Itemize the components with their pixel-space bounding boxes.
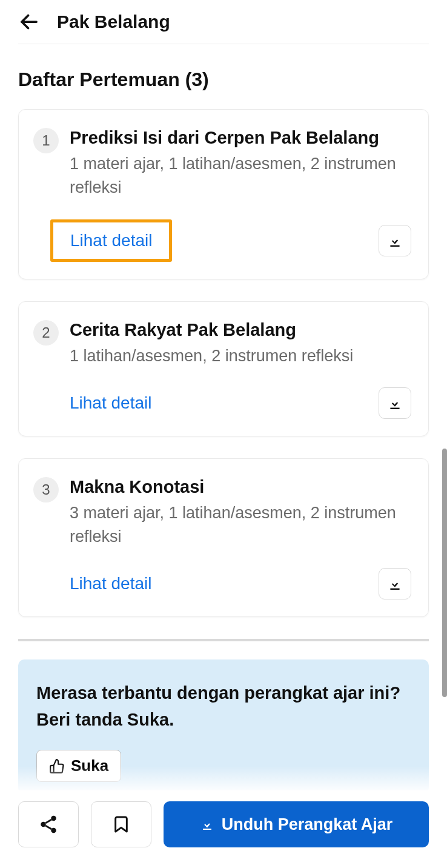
bookmark-button[interactable] (91, 801, 151, 847)
meeting-desc: 1 latihan/asesmen, 2 instrumen refleksi (70, 344, 411, 368)
download-all-label: Unduh Perangkat Ajar (222, 815, 393, 834)
feedback-panel: Merasa terbantu dengan perangkat ajar in… (18, 659, 429, 794)
view-detail-link[interactable]: Lihat detail (70, 393, 151, 413)
meeting-card: 3 Makna Konotasi 3 materi ajar, 1 latiha… (18, 458, 429, 618)
feedback-text: Merasa terbantu dengan perangkat ajar in… (36, 680, 411, 733)
like-label: Suka (71, 756, 108, 775)
svg-point-5 (41, 822, 46, 827)
back-button[interactable] (18, 11, 40, 33)
section-divider (18, 639, 429, 641)
thumbs-up-icon (49, 758, 65, 774)
download-item-button[interactable] (379, 568, 411, 599)
download-icon (387, 233, 403, 249)
view-detail-link[interactable]: Lihat detail (50, 219, 172, 262)
share-button[interactable] (18, 801, 79, 847)
svg-rect-1 (390, 245, 399, 246)
meeting-title: Prediksi Isi dari Cerpen Pak Belalang (70, 127, 411, 149)
share-icon (38, 814, 59, 835)
download-all-button[interactable]: Unduh Perangkat Ajar (164, 801, 429, 847)
svg-line-7 (45, 826, 51, 829)
meeting-desc: 3 materi ajar, 1 latihan/asesmen, 2 inst… (70, 501, 411, 549)
bookmark-icon (111, 815, 131, 834)
section-title: Daftar Pertemuan (3) (0, 44, 447, 109)
download-icon (200, 817, 214, 832)
meeting-title: Cerita Rakyat Pak Belalang (70, 319, 411, 341)
download-icon (387, 576, 403, 592)
like-button[interactable]: Suka (36, 750, 121, 782)
svg-rect-3 (390, 589, 399, 590)
meeting-card: 1 Prediksi Isi dari Cerpen Pak Belalang … (18, 109, 429, 279)
download-item-button[interactable] (379, 387, 411, 419)
page-title: Pak Belalang (57, 12, 170, 32)
download-item-button[interactable] (379, 225, 411, 256)
svg-rect-2 (390, 408, 399, 409)
header: Pak Belalang (0, 0, 447, 44)
scrollbar[interactable] (442, 449, 447, 697)
meeting-title: Makna Konotasi (70, 476, 411, 498)
download-icon (387, 395, 403, 411)
meeting-desc: 1 materi ajar, 1 latihan/asesmen, 2 inst… (70, 152, 411, 199)
bottom-toolbar: Unduh Perangkat Ajar (0, 790, 447, 868)
arrow-left-icon (18, 11, 40, 33)
svg-point-6 (51, 828, 56, 833)
svg-rect-9 (203, 829, 211, 830)
svg-point-4 (51, 816, 56, 821)
svg-line-8 (45, 820, 51, 823)
meeting-card: 2 Cerita Rakyat Pak Belalang 1 latihan/a… (18, 301, 429, 436)
meeting-number-badge: 1 (33, 128, 59, 153)
meeting-number-badge: 3 (33, 477, 59, 502)
meeting-number-badge: 2 (33, 320, 59, 346)
view-detail-link[interactable]: Lihat detail (70, 574, 151, 593)
